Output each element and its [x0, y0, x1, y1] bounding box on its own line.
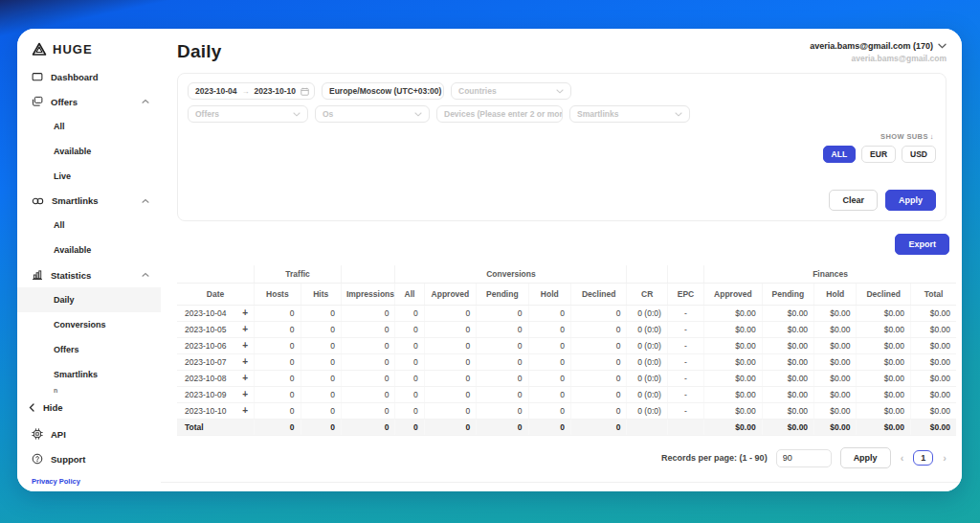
show-subs-toggle[interactable]: SHOW SUBS ↓	[188, 132, 934, 141]
records-per-page-input[interactable]	[776, 449, 832, 467]
pagination-apply-button[interactable]: Apply	[840, 447, 891, 468]
sidebar-hide-button[interactable]: Hide	[17, 394, 161, 421]
column-header: Hits	[301, 284, 341, 306]
column-header: Approved	[704, 284, 763, 306]
sidebar-item-statistics-conversions[interactable]: Conversions	[17, 312, 161, 337]
sidebar-item-offers-available[interactable]: Available	[17, 139, 161, 164]
currency-all-button[interactable]: ALL	[823, 146, 857, 163]
table-cell: 0	[301, 420, 341, 436]
chevron-up-icon[interactable]	[142, 198, 149, 204]
account-email-primary: averia.bams@gmail.com (170)	[810, 41, 933, 51]
row-date: 2023-10-06	[185, 341, 226, 351]
current-page-button[interactable]: 1	[913, 450, 933, 466]
row-date: 2023-10-08	[185, 374, 226, 383]
devices-select[interactable]: Devices (Please enter 2 or more ...	[436, 105, 563, 123]
row-date: 2023-10-07	[185, 357, 226, 367]
smartlinks-select[interactable]: Smartlinks	[569, 105, 690, 123]
table-cell: 0	[528, 371, 570, 387]
table-head: TrafficConversionsFinancesDateHostsHitsI…	[177, 265, 956, 306]
column-header: Declined	[570, 284, 627, 306]
table-body: 2023-10-04+000000000 (0:0)-$0.00$0.00$0.…	[177, 306, 956, 436]
sidebar-item-smartlinks[interactable]: Smartlinks	[17, 189, 161, 213]
table-cell: 0	[570, 420, 627, 436]
table-row: 2023-10-09+000000000 (0:0)-$0.00$0.00$0.…	[177, 387, 956, 403]
chevron-up-icon[interactable]	[142, 272, 149, 278]
clear-button[interactable]: Clear	[829, 190, 878, 211]
sidebar-item-statistics-offers[interactable]: Offers	[17, 337, 161, 362]
table-cell: $0.00	[814, 306, 857, 322]
export-button[interactable]: Export	[895, 234, 949, 255]
chevron-left-icon	[29, 403, 34, 412]
expand-row-plus-icon[interactable]: +	[242, 308, 248, 318]
date-cell: 2023-10-06+	[177, 338, 255, 354]
chevron-down-icon	[293, 112, 301, 117]
currency-eur-button[interactable]: EUR	[861, 146, 896, 163]
date-range-picker[interactable]: 2023-10-04 → 2023-10-10	[188, 82, 315, 100]
chevron-up-icon[interactable]	[142, 99, 149, 104]
table-cell: $0.00	[910, 403, 956, 420]
table-cell: 0	[570, 322, 627, 338]
sidebar-item-support[interactable]: Support	[17, 446, 161, 471]
table-row: 2023-10-04+000000000 (0:0)-$0.00$0.00$0.…	[177, 306, 956, 322]
table-cell: 0	[255, 371, 301, 387]
expand-row-plus-icon[interactable]: +	[242, 325, 248, 334]
table-cell: 0	[570, 306, 627, 322]
account-menu[interactable]: averia.bams@gmail.com (170) averia.bams@…	[810, 41, 947, 63]
sidebar-item-statistics-smartlinks[interactable]: Smartlinks	[17, 362, 161, 387]
sidebar-item-dashboard[interactable]: Dashboard	[17, 64, 161, 89]
expand-row-plus-icon[interactable]: +	[242, 374, 248, 383]
expand-row-plus-icon[interactable]: +	[242, 341, 248, 351]
sidebar-item-statistics-daily[interactable]: Daily	[17, 287, 161, 312]
table-cell: 0	[570, 387, 627, 403]
expand-row-plus-icon[interactable]: +	[242, 357, 248, 367]
table-cell: 0	[424, 306, 476, 322]
chevron-down-icon	[675, 112, 682, 117]
date-cell: 2023-10-10+	[177, 403, 255, 420]
column-header: Pending	[477, 284, 528, 306]
timezone-select[interactable]: Europe/Moscow (UTC+03:00)	[322, 82, 444, 100]
row-date: 2023-10-09	[185, 390, 226, 399]
next-page-icon[interactable]: ›	[942, 452, 947, 464]
table-cell: $0.00	[814, 338, 857, 354]
sidebar-item-statistics[interactable]: Statistics	[17, 262, 161, 287]
table-row: 2023-10-05+000000000 (0:0)-$0.00$0.00$0.…	[177, 322, 956, 338]
expand-row-plus-icon[interactable]: +	[242, 390, 248, 399]
expand-row-plus-icon[interactable]: +	[242, 406, 248, 416]
filter-panel: 2023-10-04 → 2023-10-10 Europe/Moscow (U…	[177, 73, 947, 221]
sidebar-item-offers-all[interactable]: All	[17, 114, 161, 139]
currency-usd-button[interactable]: USD	[902, 146, 936, 163]
column-header: Hold	[528, 284, 570, 306]
offers-select[interactable]: Offers	[188, 105, 308, 123]
sidebar-item-offers[interactable]: Offers	[17, 89, 161, 114]
app-window: HUGE Dashboard Offers All Available Live…	[17, 29, 962, 491]
table-cell: 0	[341, 371, 394, 387]
table-cell	[667, 420, 703, 436]
date-cell: 2023-10-08+	[177, 371, 255, 387]
sidebar-item-smartlinks-all[interactable]: All	[17, 213, 161, 238]
sidebar-item-truncated[interactable]: n	[17, 387, 161, 394]
os-select[interactable]: Os	[315, 105, 430, 123]
countries-select[interactable]: Countries	[451, 82, 571, 100]
table-cell: 0	[341, 306, 394, 322]
table-cell: -	[667, 322, 703, 338]
privacy-policy-link[interactable]: Privacy Policy	[32, 477, 80, 486]
table-cell: 0	[424, 387, 476, 403]
table-cell: 0	[255, 403, 301, 420]
chevron-down-icon[interactable]	[938, 43, 947, 49]
logo[interactable]: HUGE	[17, 36, 161, 64]
table-cell: -	[667, 306, 703, 322]
table-cell: $0.00	[910, 306, 956, 322]
sidebar-item-offers-live[interactable]: Live	[17, 164, 161, 189]
offers-placeholder: Offers	[195, 109, 219, 119]
terms-link[interactable]: Terms And Conditions	[32, 490, 108, 491]
sidebar-item-smartlinks-available[interactable]: Available	[17, 238, 161, 262]
table-cell: 0	[424, 420, 476, 436]
table-cell: $0.00	[704, 371, 763, 387]
apply-button[interactable]: Apply	[885, 190, 936, 211]
table-cell: -	[667, 338, 703, 354]
table-cell: $0.00	[910, 420, 956, 436]
support-question-icon	[32, 453, 43, 465]
table-cell: 0	[477, 322, 528, 338]
sidebar-item-api[interactable]: API	[17, 421, 161, 446]
previous-page-icon[interactable]: ‹	[900, 452, 905, 464]
